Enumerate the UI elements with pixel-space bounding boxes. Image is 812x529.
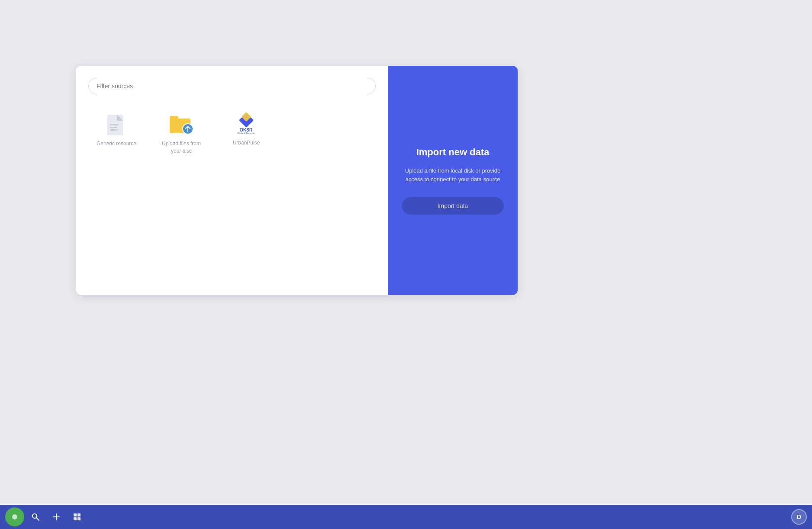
import-data-button[interactable]: Import data (402, 197, 504, 215)
right-panel: Import new data Upload a file from local… (388, 66, 518, 295)
svg-text:Städte & Regionen: Städte & Regionen (237, 132, 255, 135)
taskbar-add-button[interactable] (47, 507, 66, 526)
taskbar-avatar[interactable]: D (791, 509, 807, 525)
plus-icon (52, 513, 61, 521)
svg-rect-19 (77, 517, 81, 520)
svg-point-11 (12, 514, 17, 519)
folder-upload-icon (170, 112, 193, 136)
grid-icon (73, 513, 81, 521)
svg-line-13 (36, 518, 39, 520)
right-panel-title: Import new data (416, 146, 490, 159)
svg-rect-3 (110, 129, 118, 131)
source-item-urbanpulse[interactable]: DKSR Städte & Regionen UrbanPulse (218, 106, 274, 161)
left-panel: Generic resource Upload fi (76, 66, 388, 295)
right-panel-description: Upload a file from local disk or provide… (402, 167, 504, 185)
svg-rect-17 (77, 513, 81, 516)
source-item-upload[interactable]: Upload files from your disc (153, 106, 209, 161)
svg-rect-2 (110, 127, 117, 128)
sources-grid: Generic resource Upload fi (88, 106, 376, 161)
source-item-generic[interactable]: Generic resource (88, 106, 145, 161)
home-icon (10, 513, 19, 521)
svg-rect-18 (74, 517, 77, 520)
taskbar-home-button[interactable] (5, 507, 24, 526)
taskbar: D (0, 505, 812, 529)
source-label-urbanpulse: UrbanPulse (233, 139, 260, 147)
generic-resource-icon (105, 112, 128, 136)
main-dialog: Generic resource Upload fi (76, 66, 518, 295)
svg-rect-1 (110, 124, 119, 125)
source-label-generic: Generic resource (97, 140, 136, 147)
search-icon (31, 513, 40, 521)
svg-rect-16 (74, 513, 77, 516)
dksr-logo-icon: DKSR Städte & Regionen (235, 112, 258, 135)
filter-bar (88, 78, 376, 94)
taskbar-search-button[interactable] (26, 507, 45, 526)
filter-input[interactable] (88, 78, 376, 94)
svg-rect-5 (170, 116, 178, 120)
source-label-upload: Upload files from your disc (158, 140, 205, 155)
taskbar-grid-button[interactable] (68, 507, 87, 526)
